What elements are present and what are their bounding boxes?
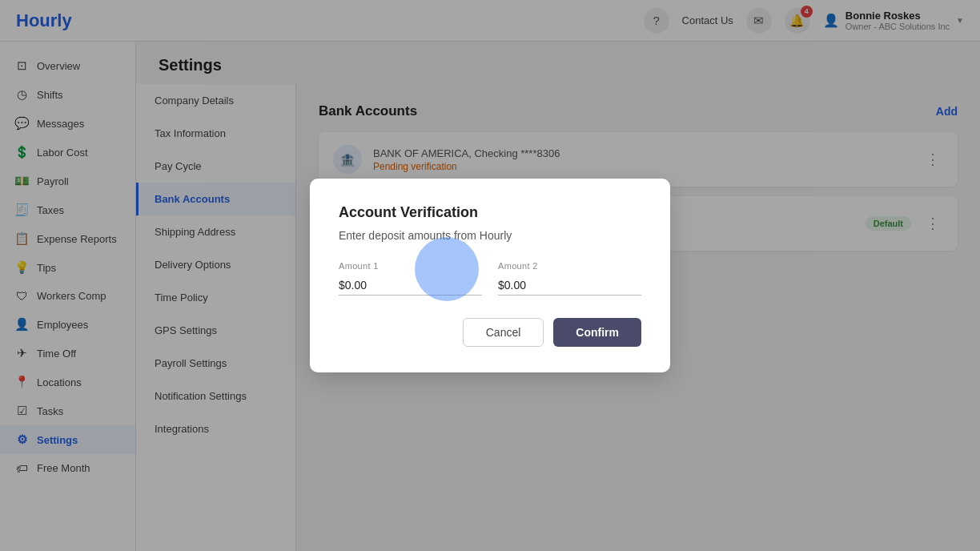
modal-actions: Cancel Confirm [339,318,641,347]
cancel-button[interactable]: Cancel [463,318,544,347]
amount2-field: Amount 2 [498,261,641,296]
modal-fields: Amount 1 Amount 2 [339,261,641,296]
confirm-button[interactable]: Confirm [553,318,641,347]
amount1-input[interactable] [339,276,482,296]
modal-overlay[interactable]: Account Verification Enter deposit amoun… [0,0,980,551]
amount1-field: Amount 1 [339,261,482,296]
modal-title: Account Verification [339,204,641,221]
account-verification-modal: Account Verification Enter deposit amoun… [310,179,670,372]
modal-description: Enter deposit amounts from Hourly [339,229,641,242]
amount2-label: Amount 2 [498,261,641,271]
amount2-input[interactable] [498,276,641,296]
amount1-label: Amount 1 [339,261,482,271]
